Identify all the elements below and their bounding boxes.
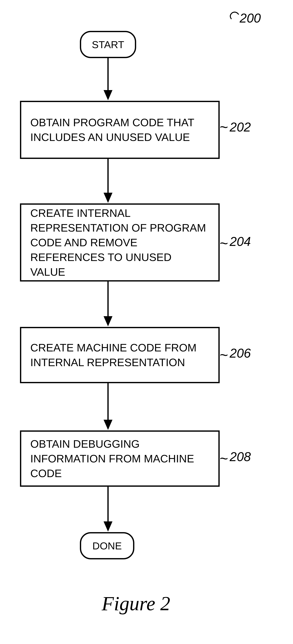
figure-reference: 200 — [240, 11, 261, 26]
tilde-1: ~ — [220, 120, 228, 134]
process-step-3-label: CREATE MACHINE CODE FROM INTERNAL REPRES… — [30, 340, 209, 370]
tilde-4: ~ — [220, 451, 228, 466]
process-step-3: CREATE MACHINE CODE FROM INTERNAL REPRES… — [20, 327, 220, 383]
process-step-4-label: OBTAIN DEBUGGING INFORMATION FROM MACHIN… — [30, 436, 209, 481]
process-step-3-ref: 206 — [230, 346, 251, 360]
process-step-4: OBTAIN DEBUGGING INFORMATION FROM MACHIN… — [20, 430, 220, 487]
process-step-2-label: CREATE INTERNAL REPRESENTATION OF PROGRA… — [30, 206, 209, 279]
arrows-layer — [0, 0, 293, 644]
tilde-2: ~ — [220, 236, 228, 251]
tilde-3: ~ — [220, 348, 228, 362]
start-node: START — [80, 31, 136, 58]
process-step-1-label: OBTAIN PROGRAM CODE THAT INCLUDES AN UNU… — [30, 115, 209, 144]
flowchart-canvas: 200 START OBTAIN PROGRAM CODE THAT INCLU… — [0, 0, 293, 644]
done-label: DONE — [92, 540, 122, 552]
start-label: START — [92, 39, 124, 50]
process-step-2-ref: 204 — [230, 234, 251, 249]
process-step-2: CREATE INTERNAL REPRESENTATION OF PROGRA… — [20, 204, 220, 282]
process-step-4-ref: 208 — [230, 450, 251, 464]
done-node: DONE — [80, 532, 134, 559]
figure-reference-text: 200 — [240, 11, 261, 25]
process-step-1-ref: 202 — [230, 120, 251, 134]
process-step-1: OBTAIN PROGRAM CODE THAT INCLUDES AN UNU… — [20, 101, 220, 159]
figure-caption: Figure 2 — [102, 592, 170, 615]
